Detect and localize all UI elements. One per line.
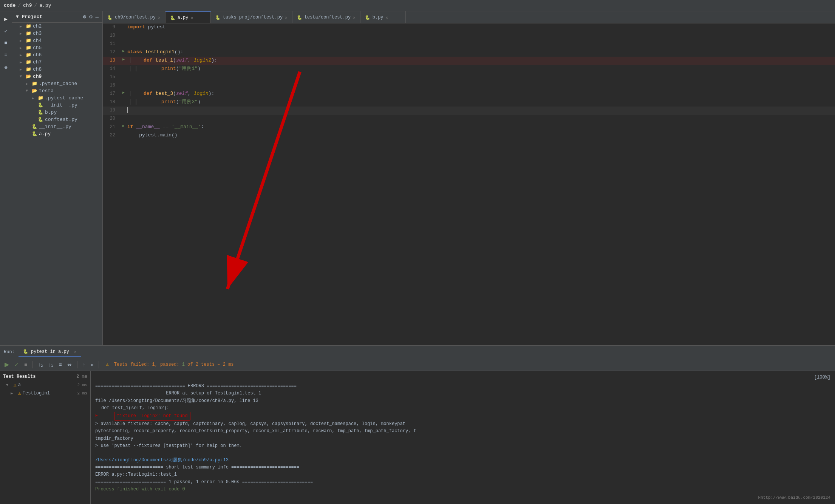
ch6-label: ch6 — [33, 52, 42, 58]
tab-bar: 🐍 ch9/conftest.py ✕ 🐍 a.py ✕ 🐍 tasks_pro… — [103, 11, 835, 23]
tab-tasks-conftest[interactable]: 🐍 tasks_proj/conftest.py ✕ — [211, 11, 292, 23]
testlogin1-tree-arrow — [11, 391, 17, 396]
stop-icon[interactable]: ■ — [2, 39, 11, 48]
conftest-tab-icon: 🐍 — [107, 15, 113, 20]
tab-apy-close[interactable]: ✕ — [190, 15, 193, 20]
status-warn-icon: ⚠ — [106, 362, 108, 367]
code-line-18: 18 │ │ print("用例3") — [103, 98, 835, 107]
tree-item-b-py[interactable]: 🐍 b.py — [12, 109, 102, 116]
ch8-label: ch8 — [33, 66, 42, 72]
bottom-content: Test Results 2 ms ⚠ a 2 ms ⚠ TestLogin1 … — [0, 371, 835, 504]
apy-tab-icon: 🐍 — [170, 15, 175, 20]
code-line-9: 9 import pytest — [103, 23, 835, 32]
tree-item-pytest-cache[interactable]: 📁 .pytest_cache — [12, 80, 102, 87]
ch5-arrow — [20, 46, 26, 50]
filter-button[interactable]: ≡ — [57, 361, 63, 368]
tree-item-ch7[interactable]: 📁 ch7 — [12, 59, 102, 66]
tree-item-a-py[interactable]: 🐍 a.py — [12, 130, 102, 138]
ch3-arrow — [20, 31, 26, 36]
tab-bpy[interactable]: 🐍 b.py ✕ — [360, 11, 406, 23]
tree-item-ch8[interactable]: 📁 ch8 — [12, 66, 102, 73]
ch2-arrow — [20, 24, 26, 29]
folder-icon: 📁 — [26, 23, 31, 29]
tree-item-ch5[interactable]: 📁 ch5 — [12, 44, 102, 51]
pytest-tab-close[interactable]: ✕ — [74, 350, 76, 354]
watermark: Hhttp://www.baidu.com/2020124 — [95, 495, 830, 501]
ch7-arrow — [20, 60, 26, 65]
testa-pytest-cache-arrow — [32, 96, 38, 100]
sidebar-header: ▼ Project ⊕ ⚙ — — [12, 11, 102, 23]
testa-init-label: __init__.py — [45, 102, 77, 108]
console-output[interactable]: [100%] =================================… — [91, 371, 835, 504]
error-summary: ERROR a.py::TestLogin1::test_1 — [95, 471, 830, 478]
tree-item-testa-pytest-cache[interactable]: 📁 .pytest_cache — [12, 94, 102, 102]
breadcrumb-code[interactable]: code — [4, 3, 15, 8]
pytest-cache-arrow — [26, 82, 32, 86]
folder-icon: 📁 — [38, 95, 43, 101]
testlogin1-warn-icon: ⚠ — [18, 390, 21, 396]
error-box: fixture 'login2' not found — [114, 412, 190, 421]
short-summary-header: ========================= short test sum… — [95, 464, 830, 471]
tree-item-ch9-init[interactable]: 🐍 __init__.py — [12, 123, 102, 130]
file-icon: 🐍 — [32, 124, 37, 130]
tree-item-ch4[interactable]: 📁 ch4 — [12, 37, 102, 44]
stop-button[interactable]: ■ — [23, 361, 29, 368]
test-item-testlogin1[interactable]: ⚠ TestLogin1 2 ms — [0, 389, 90, 397]
file-link[interactable]: /Users/xiongting/Documents/习题集/code/ch9/… — [95, 458, 229, 463]
target-icon[interactable]: ⊕ — [2, 63, 11, 72]
tree-item-ch2[interactable]: 📁 ch2 — [12, 23, 102, 30]
available-fixtures-line3: tmpdir_factory — [95, 435, 830, 442]
tab-bpy-close[interactable]: ✕ — [386, 15, 388, 20]
tab-conftest-close[interactable]: ✕ — [158, 15, 161, 20]
project-label: ▼ Project — [16, 14, 42, 20]
tab-tasks-close[interactable]: ✕ — [285, 15, 288, 20]
tree-item-testa[interactable]: 📂 testa — [12, 87, 102, 94]
main-layout: ▶ ✓ ■ ≡ ⊕ ▼ Project ⊕ ⚙ — 📁 ch2 — [0, 11, 835, 504]
test-tree-header: Test Results 2 ms — [0, 373, 90, 381]
code-line-10: 10 — [103, 32, 835, 40]
folder-icon: 📁 — [26, 31, 31, 36]
add-icon[interactable]: ⊕ — [83, 14, 86, 20]
a-item-label: a — [18, 382, 21, 388]
toolbar-separator1 — [32, 361, 33, 368]
up-button[interactable]: ↑ — [81, 361, 87, 368]
sort-asc-button[interactable]: ↑₂ — [37, 361, 45, 368]
tree-item-testa-init[interactable]: 🐍 __init__.py — [12, 102, 102, 109]
bottom-tab-pytest[interactable]: 🐍 pytest in a.py ✕ — [19, 348, 81, 357]
ch9-arrow — [20, 74, 26, 79]
a-warn-icon: ⚠ — [14, 382, 17, 388]
code-line-13: 13 ▶ │ def test_1(self, login2): — [103, 57, 835, 65]
use-line: > use 'pytest --fixtures [testpath]' for… — [95, 442, 830, 450]
tab-apy[interactable]: 🐍 a.py ✕ — [165, 11, 211, 23]
rerun-ok-button[interactable]: ✓ — [13, 361, 20, 368]
tab-testa-conftest[interactable]: 🐍 testa/conftest.py ✕ — [292, 11, 360, 23]
expand-button[interactable]: ⇔ — [66, 361, 73, 368]
tree-item-ch6[interactable]: 📁 ch6 — [12, 51, 102, 59]
ch4-arrow — [20, 39, 26, 43]
testa-tab-icon: 🐍 — [297, 15, 302, 20]
run-button[interactable]: ▶ — [3, 360, 11, 369]
tab-conftest[interactable]: 🐍 ch9/conftest.py ✕ — [103, 11, 165, 23]
minimize-icon[interactable]: — — [96, 14, 99, 20]
code-line-12: 12 ▶ class TestLogin1(): — [103, 48, 835, 57]
ch9-init-label: __init__.py — [39, 124, 71, 130]
list-icon[interactable]: ≡ — [2, 51, 11, 60]
tree-item-ch3[interactable]: 📁 ch3 — [12, 30, 102, 37]
breadcrumb-ch9[interactable]: ch9 — [23, 3, 32, 8]
a-py-label: a.py — [39, 131, 51, 137]
e-label: E — [95, 413, 98, 419]
a-tree-arrow — [6, 383, 12, 387]
test-item-a[interactable]: ⚠ a 2 ms — [0, 381, 90, 389]
tree-item-conftest[interactable]: 🐍 conftest.py — [12, 116, 102, 123]
tree-item-ch9[interactable]: 📂 ch9 — [12, 73, 102, 80]
run-icon[interactable]: ▶ — [2, 14, 11, 23]
tab-testa-close[interactable]: ✕ — [353, 15, 356, 20]
sort-desc-button[interactable]: ↓₁ — [47, 361, 55, 368]
code-line-15: 15 — [103, 73, 835, 82]
breadcrumb-file[interactable]: a.py — [39, 3, 51, 8]
code-editor[interactable]: 9 import pytest 10 11 12 ▶ clas — [103, 23, 835, 345]
settings-icon[interactable]: ⚙ — [89, 14, 92, 20]
code-line-16: 16 — [103, 82, 835, 90]
forward-button[interactable]: » — [89, 361, 95, 368]
check-icon[interactable]: ✓ — [2, 26, 11, 36]
